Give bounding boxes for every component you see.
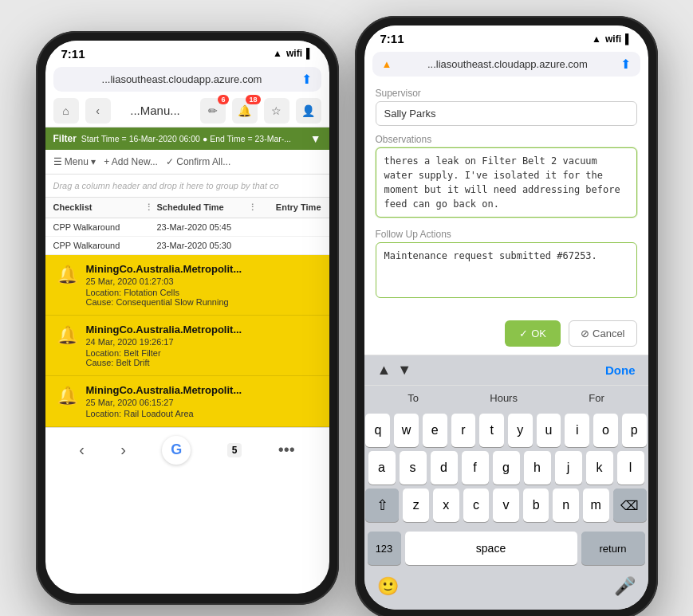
key-r[interactable]: r: [451, 414, 476, 447]
list-item[interactable]: 🔔 MiningCo.Australia.Metropolit... 25 Ma…: [45, 376, 329, 427]
table-row[interactable]: CPP Walkaround 23-Mar-2020 05:30: [45, 237, 329, 255]
keyboard-emoji-row: 🙂 🎤: [364, 573, 648, 610]
filter-arrow-icon[interactable]: ▼: [310, 132, 321, 145]
keyboard-done-button[interactable]: Done: [605, 363, 636, 377]
share-icon-right[interactable]: ⬆: [620, 57, 631, 72]
menu-button[interactable]: ☰ Menu ▾: [53, 156, 96, 167]
keyboard-up-arrow[interactable]: ▲: [377, 362, 392, 379]
bottom-nav-left: ‹ › G 5 •••: [45, 427, 329, 473]
key-y[interactable]: y: [508, 414, 533, 447]
key-t[interactable]: t: [479, 414, 504, 447]
form-section: Supervisor Observations theres a leak on…: [364, 80, 648, 312]
alert-title: MiningCo.Australia.Metropolit...: [86, 324, 318, 335]
key-o[interactable]: o: [593, 414, 618, 447]
sort-icon-1[interactable]: ⋮: [144, 202, 157, 213]
url-bar-left[interactable]: ...liasoutheast.cloudapp.azure.com ⬆: [53, 67, 321, 92]
key-b[interactable]: b: [523, 488, 549, 522]
emoji-button[interactable]: 🙂: [377, 576, 399, 597]
cancel-button[interactable]: ⊘ Cancel: [569, 320, 636, 347]
back-button[interactable]: ‹: [85, 98, 111, 124]
alert-title: MiningCo.Australia.Metropolit...: [86, 384, 318, 396]
entry-cell: [261, 222, 321, 232]
key-w[interactable]: w: [394, 414, 419, 447]
key-v[interactable]: v: [493, 488, 519, 522]
url-bar-right[interactable]: ▲ ...liasoutheast.cloudapp.azure.com ⬆: [372, 52, 640, 77]
key-s[interactable]: s: [400, 451, 427, 485]
key-q[interactable]: q: [365, 414, 390, 447]
supervisor-input[interactable]: [376, 101, 637, 126]
google-button[interactable]: G: [162, 436, 191, 465]
action-bar: ☰ Menu ▾ + Add New... ✓ Confirm All...: [45, 150, 329, 175]
key-c[interactable]: c: [463, 488, 490, 522]
url-text-right: ...liasoutheast.cloudapp.azure.com: [395, 58, 620, 70]
more-button[interactable]: •••: [278, 441, 295, 459]
key-m[interactable]: m: [583, 488, 609, 522]
table-row[interactable]: CPP Walkaround 23-Mar-2020 05:45: [45, 218, 329, 237]
mic-button[interactable]: 🎤: [614, 576, 636, 597]
sort-icon-2[interactable]: ⋮: [248, 202, 261, 213]
filter-bar[interactable]: Filter Start Time = 16-Mar-2020 06:00 ● …: [45, 128, 329, 150]
key-f[interactable]: f: [462, 451, 489, 485]
filter-text: Start Time = 16-Mar-2020 06:00 ● End Tim…: [81, 134, 305, 143]
num-key[interactable]: 123: [368, 532, 401, 565]
nav-back-button[interactable]: ‹: [79, 441, 85, 459]
key-d[interactable]: d: [431, 451, 458, 485]
ok-label: OK: [531, 328, 546, 339]
key-z[interactable]: z: [403, 488, 429, 522]
shift-key[interactable]: ⇧: [365, 488, 399, 522]
space-key[interactable]: space: [405, 532, 577, 565]
key-j[interactable]: j: [555, 451, 582, 485]
menu-label: ☰ Menu ▾: [53, 156, 96, 167]
add-new-button[interactable]: + Add New...: [104, 156, 158, 167]
supervisor-label: Supervisor: [376, 88, 637, 99]
tab-count[interactable]: 5: [227, 443, 242, 457]
cancel-label: Cancel: [593, 328, 624, 339]
pencil-button[interactable]: ✏ 6: [200, 98, 226, 124]
key-a[interactable]: a: [368, 451, 396, 485]
right-phone: 7:11 ▲ wifi ▌ ▲ ...liasoutheast.cloudapp…: [355, 16, 658, 616]
table-header: Checklist ⋮ Scheduled Time ⋮ Entry Time: [45, 198, 329, 218]
user-button[interactable]: 👤: [296, 98, 321, 124]
warning-icon: ▲: [382, 58, 392, 70]
nav-forward-button[interactable]: ›: [120, 441, 126, 459]
alert-date: 25 Mar, 2020 06:15:27: [86, 398, 318, 407]
ok-button[interactable]: ✓ OK: [505, 320, 561, 347]
key-h[interactable]: h: [524, 451, 551, 485]
col-entry-header: Entry Time: [261, 202, 321, 213]
star-button[interactable]: ☆: [264, 98, 289, 124]
wifi-icon: wifi: [286, 48, 302, 59]
home-button[interactable]: ⌂: [53, 98, 79, 124]
key-p[interactable]: p: [622, 414, 647, 447]
key-k[interactable]: k: [586, 451, 613, 485]
drag-hint: Drag a column header and drop it here to…: [45, 175, 329, 198]
confirm-all-button[interactable]: ✓ Confirm All...: [166, 156, 230, 167]
kb-hours-key[interactable]: Hours: [482, 389, 526, 407]
key-l[interactable]: l: [617, 451, 644, 485]
key-e[interactable]: e: [423, 414, 447, 447]
google-icon: G: [171, 441, 182, 458]
return-key[interactable]: return: [581, 532, 645, 565]
observations-label: Observations: [376, 134, 637, 145]
key-g[interactable]: g: [493, 451, 520, 485]
key-i[interactable]: i: [565, 414, 589, 447]
backspace-key[interactable]: ⌫: [613, 488, 647, 522]
kb-for-key[interactable]: For: [581, 389, 612, 407]
key-u[interactable]: u: [537, 414, 561, 447]
observations-textarea[interactable]: theres a leak on Filter Belt 2 vacuum wa…: [376, 147, 637, 218]
status-bar-left: 7:11 ▲ wifi ▌: [45, 41, 329, 64]
keyboard-row-2: a s d f g h j k l: [366, 451, 647, 485]
share-icon-left[interactable]: ⬆: [301, 72, 312, 87]
scheduled-cell: 23-Mar-2020 05:45: [157, 222, 248, 232]
bell-button[interactable]: 🔔 18: [232, 98, 258, 124]
keyboard-down-arrow[interactable]: ▼: [397, 362, 411, 379]
followup-textarea[interactable]: Maintenance request submitted #67253.: [376, 242, 637, 298]
page-title-left: ...Manu...: [117, 104, 194, 117]
left-phone: 7:11 ▲ wifi ▌ ...liasoutheast.cloudapp.a…: [36, 31, 339, 605]
keyboard-nav: ▲ ▼ Done: [364, 355, 648, 386]
key-x[interactable]: x: [433, 488, 459, 522]
checklist-cell: CPP Walkaround: [53, 222, 144, 232]
list-item[interactable]: 🔔 MiningCo.Australia.Metropolit... 25 Ma…: [45, 255, 329, 316]
kb-to-key[interactable]: To: [400, 389, 427, 407]
list-item[interactable]: 🔔 MiningCo.Australia.Metropolit... 24 Ma…: [45, 316, 329, 376]
key-n[interactable]: n: [553, 488, 579, 522]
